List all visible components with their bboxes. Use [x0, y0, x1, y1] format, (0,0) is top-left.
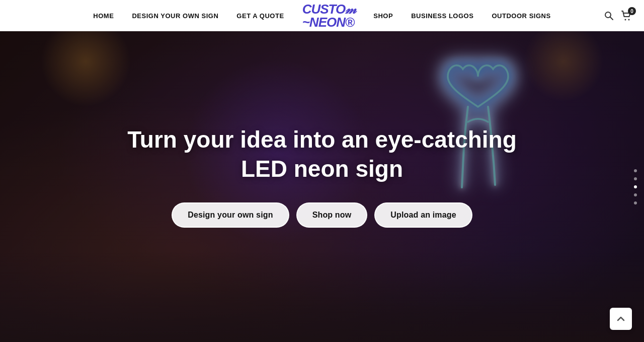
- cart-count: 0: [628, 7, 636, 15]
- logo[interactable]: CUSTO𝓂~NEON®: [293, 0, 365, 38]
- navbar: HOME DESIGN YOUR OWN SIGN GET A QUOTE CU…: [0, 0, 644, 31]
- chevron-up-icon: [616, 314, 626, 324]
- nav-link-business[interactable]: BUSINESS LOGOS: [402, 12, 482, 20]
- scroll-dot-3: [634, 185, 637, 188]
- scroll-dot-2: [634, 177, 637, 180]
- shop-now-button[interactable]: Shop now: [296, 202, 368, 228]
- nav-link-shop[interactable]: SHOP: [364, 12, 402, 20]
- svg-point-3: [628, 19, 630, 21]
- svg-line-1: [610, 17, 613, 20]
- cart-button[interactable]: 0: [621, 10, 632, 21]
- nav-item-home[interactable]: HOME: [84, 11, 123, 20]
- scroll-dot-4: [634, 193, 637, 196]
- hero-content: Turn your idea into an eye-catching LED …: [127, 125, 517, 228]
- nav-link-outdoor[interactable]: OUTDOOR SIGNS: [482, 12, 559, 20]
- scroll-dot-5: [634, 201, 637, 204]
- search-button[interactable]: [604, 11, 614, 21]
- hero-title: Turn your idea into an eye-catching LED …: [127, 125, 517, 183]
- search-icon: [604, 11, 614, 21]
- svg-point-2: [625, 19, 626, 21]
- upload-an-image-button[interactable]: Upload an image: [374, 202, 472, 228]
- scroll-dot-1: [634, 169, 637, 172]
- nav-links: HOME DESIGN YOUR OWN SIGN GET A QUOTE CU…: [84, 0, 559, 38]
- nav-link-home[interactable]: HOME: [84, 12, 123, 20]
- nav-link-quote[interactable]: GET A QUOTE: [227, 12, 293, 20]
- hero-section: Turn your idea into an eye-catching LED …: [0, 31, 644, 342]
- nav-item-design[interactable]: DESIGN YOUR OWN SIGN: [123, 11, 227, 20]
- nav-icons: 0: [604, 10, 632, 21]
- nav-item-quote[interactable]: GET A QUOTE: [227, 11, 293, 20]
- hero-buttons: Design your own sign Shop now Upload an …: [172, 202, 472, 228]
- nav-link-design[interactable]: DESIGN YOUR OWN SIGN: [123, 12, 227, 20]
- back-to-top-button[interactable]: [610, 308, 632, 330]
- scroll-indicators: [634, 169, 637, 204]
- design-your-own-sign-button[interactable]: Design your own sign: [172, 202, 289, 228]
- logo-text: CUSTO𝓂~NEON®: [302, 3, 356, 29]
- nav-item-business[interactable]: BUSINESS LOGOS: [402, 11, 482, 20]
- nav-item-shop[interactable]: SHOP: [364, 11, 402, 20]
- logo-link[interactable]: CUSTO𝓂~NEON®: [302, 0, 356, 37]
- nav-item-outdoor[interactable]: OUTDOOR SIGNS: [482, 11, 559, 20]
